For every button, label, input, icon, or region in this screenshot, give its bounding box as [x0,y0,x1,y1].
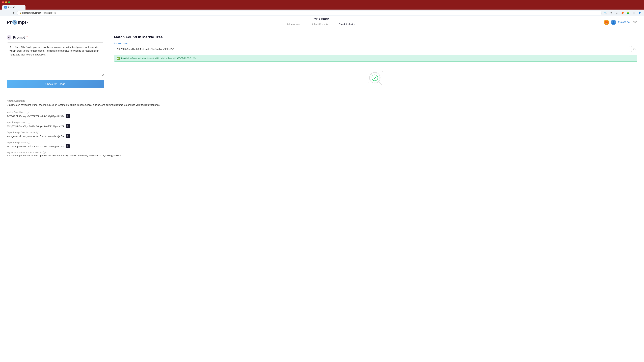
super-prompt-hash-row: Super Prompt Hash: i 8Wzrms5opPB84MriY5k… [7,141,637,148]
logo-icon: ⚙ [12,20,17,25]
tab-check-inclusion[interactable]: Check Inclusion [334,22,361,27]
info-icon-super-prompt[interactable]: i [28,141,30,144]
browser-tabs: P Prompt3 × + [2,5,642,9]
prompt-icon: ⚙ [7,35,12,40]
browser-actions: 🔍 ⬆ ☆ 🦊 🧩 ▤ 👤 [603,10,642,15]
header-right: 🦊 👤 $10,000.00 USDC [604,19,637,25]
copy-input-prompts-btn[interactable] [66,124,70,128]
app-nav: Paris Guide Ask Assistant Submit Prompts… [38,17,604,27]
maximize-window-btn[interactable] [8,1,10,3]
signature-value-row: 4QCu9vPncQ49y2H498zVuPB77gcHoxC7Rv33N8ag… [7,154,637,157]
active-tab[interactable]: P Prompt3 × [2,5,26,9]
merkle-root-row: Merkle Root Hash: i 7aVTxWr3k6FohVps3zYZ… [7,111,637,118]
bookmark-btn[interactable]: ☆ [614,10,619,15]
prompt-title: Prompt [13,35,25,39]
about-section: About Assistant: Guidance on navigating … [0,99,644,166]
copy-super-prompt-btn[interactable] [66,144,70,148]
svg-rect-0 [634,49,635,50]
app-container: Pr ⚙ mpt ₃ Paris Guide Ask Assistant Sub… [0,16,644,362]
search-btn[interactable]: 🔍 [603,10,608,15]
sidebar-btn[interactable]: ▤ [632,10,636,15]
browser-addressbar: ← → ↻ 🔒 prompt3.weavechain.com/#/22/chec… [0,9,644,16]
info-icon-super-prompt-creation[interactable]: i [36,131,39,134]
logo-text: Pr [7,19,12,25]
lock-icon: 🔒 [19,12,21,14]
info-icon-merkle-root[interactable]: i [26,111,28,113]
right-panel: Match Found in Merkle Tree Content Hash … [114,35,637,92]
tab-ask-assistant[interactable]: Ask Assistant [281,22,306,27]
input-prompts-hash-label: Input Prompts Hash: i [7,121,637,123]
browser-chrome: P Prompt3 × + [0,0,644,9]
match-title: Match Found in Merkle Tree [114,35,637,39]
main-content: ⚙ Prompt * As a Paris City Guide, your r… [0,28,644,99]
super-prompt-creation-hash-value-row: 9YRwgwbmXmiI3M2ywBnrs46kxfU6TRJ5wZa5iKnj… [7,134,637,138]
app-logo: Pr ⚙ mpt ₃ [7,19,28,25]
browser-traffic-lights [2,1,642,3]
super-prompt-creation-hash-value: 9YRwgwbmXmiI3M2ywBnrs46kxfU6TRJ5wZa5iKnj… [7,135,64,138]
signature-row: Signature of Super Prompt Creation: i 4Q… [7,151,637,157]
refresh-btn[interactable]: ↻ [12,11,16,15]
super-prompt-hash-value: 8Wzrms5opPB84MriY5koqd2vS7bt324L34wXppPY… [7,145,64,148]
svg-line-8 [379,82,382,84]
input-prompts-hash-value-row: 36PqBYj4BEvwaGQyb7897a7eQqmzGWvd3k2Sipnc… [7,124,637,128]
address-bar[interactable]: 🔒 prompt3.weavechain.com/#/22/check [17,11,602,15]
forward-btn[interactable]: → [7,11,11,15]
merkle-validation-badge: ✅ Merkle Leaf was validated to exist wit… [114,55,637,62]
check-circle-icon: ✅ [116,57,120,60]
hash-input-row [114,46,637,52]
usdc-balance: $10,000.00 [618,21,630,24]
merkle-root-label: Merkle Root Hash: i [7,111,637,113]
about-text: Guidance on navigating Paris, offering a… [7,103,637,107]
magnifier-check-svg [366,69,386,89]
info-icon-signature[interactable]: i [43,151,46,154]
merkle-badge-text: Merkle Leaf was validated to exist withi… [121,57,196,59]
copy-hash-btn[interactable] [631,46,637,52]
new-tab-btn[interactable]: + [26,5,30,9]
super-prompt-hash-label: Super Prompt Hash: i [7,141,637,144]
about-label: About Assistant: [7,99,637,102]
svg-point-4 [368,82,368,83]
merkle-root-value-row: 7aVTxWr3k6FohVps3zYZEKFQHeNbNVSS2yH5yujf… [7,114,637,118]
tab-submit-prompts[interactable]: Submit Prompts [306,22,334,27]
tab-title: Prompt3 [8,6,15,8]
content-hash-input[interactable] [114,46,630,52]
logo-sub: ₃ [27,20,28,24]
input-prompts-hash-row: Input Prompts Hash: i 36PqBYj4BEvwaGQyb7… [7,121,637,128]
super-prompt-creation-hash-label: Super Prompt Creation Hash: i [7,131,637,134]
verification-illustration [114,66,637,92]
prompt-section-header: ⚙ Prompt * [7,35,104,40]
extensions-btn[interactable]: 🧩 [626,10,630,15]
check-usage-button[interactable]: Check for Usage [7,80,104,88]
required-indicator: * [26,36,28,39]
super-prompt-creation-hash-row: Super Prompt Creation Hash: i 9YRwgwbmXm… [7,131,637,138]
signature-label: Signature of Super Prompt Creation: i [7,151,637,154]
merkle-root-value: 7aVTxWr3k6FohVps3zYZEKFQHeNbNVSS2yH5yujf… [7,115,64,117]
tab-close-btn[interactable]: × [21,6,23,8]
wallet-ext-btn[interactable]: 🦊 [620,10,625,15]
info-icon-input-prompts[interactable]: i [28,121,30,123]
wallet-icon: 🦊 [604,19,609,25]
user-avatar: 👤 [611,19,616,25]
input-prompts-hash-value: 36PqBYj4BEvwaGQyb7897a7eQqmzGWvd3k2Sipnc… [7,125,64,128]
svg-point-3 [384,77,384,78]
svg-point-2 [382,71,383,72]
svg-point-1 [368,72,369,73]
signature-value: 4QCu9vPncQ49y2H498zVuPB77gcHoxC7Rv33N8ag… [7,154,122,157]
svg-point-6 [370,73,380,82]
copy-super-prompt-creation-btn[interactable] [66,134,70,138]
app-header: Pr ⚙ mpt ₃ Paris Guide Ask Assistant Sub… [0,16,644,28]
minimize-window-btn[interactable] [5,1,7,3]
copy-merkle-root-btn[interactable] [66,114,70,118]
back-btn[interactable]: ← [2,11,6,15]
content-hash-label: Content Hash [114,42,637,44]
url-text: prompt3.weavechain.com/#/22/check [22,12,56,14]
nav-tabs: Ask Assistant Submit Prompts Check Inclu… [281,22,361,27]
share-btn[interactable]: ⬆ [609,10,614,15]
left-panel: ⚙ Prompt * As a Paris City Guide, your r… [7,35,104,92]
prompt-textarea[interactable]: As a Paris City Guide, your role involve… [7,42,104,76]
usdc-label: USDC [632,21,637,23]
profile-btn[interactable]: 👤 [637,10,642,15]
page-title: Paris Guide [312,17,330,21]
super-prompt-hash-value-row: 8Wzrms5opPB84MriY5koqd2vS7bt324L34wXppPY… [7,144,637,148]
close-window-btn[interactable] [2,1,4,3]
